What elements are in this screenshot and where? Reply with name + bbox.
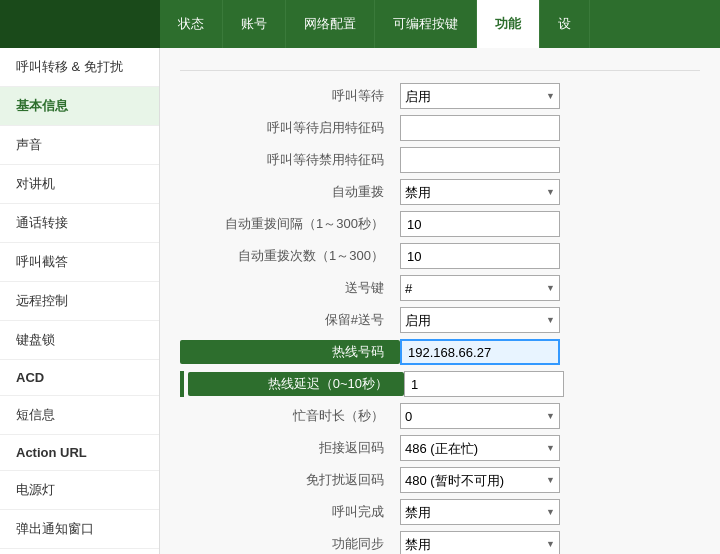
form-row-11: 拒接返回码486 (正在忙) [180,435,700,461]
form-control-wrap-4 [400,211,560,237]
sidebar-item-8[interactable]: ACD [0,360,159,396]
nav-tab-1[interactable]: 账号 [223,0,286,48]
form-row-8: 热线号码 [180,339,700,365]
form-control-wrap-0: 启用 [400,83,560,109]
form-control-wrap-3: 禁用 [400,179,560,205]
main-layout: 呼叫转移 & 免打扰基本信息声音对讲机通话转接呼叫截答远程控制键盘锁ACD短信息… [0,48,720,554]
header: 状态账号网络配置可编程按键功能设 [0,0,720,48]
sidebar-item-5[interactable]: 呼叫截答 [0,243,159,282]
form-row-1: 呼叫等待启用特征码 [180,115,700,141]
sidebar-item-6[interactable]: 远程控制 [0,282,159,321]
form-label-12: 免打扰返回码 [180,471,400,489]
input-9[interactable] [404,371,564,397]
form-label-8: 热线号码 [180,340,400,364]
form-row-14: 功能同步禁用 [180,531,700,554]
select-7[interactable]: 启用 [400,307,560,333]
input-4[interactable] [400,211,560,237]
form-control-wrap-11: 486 (正在忙) [400,435,560,461]
input-5[interactable] [400,243,560,269]
form-label-6: 送号键 [180,279,400,297]
select-wrapper-13: 禁用 [400,499,560,525]
form-control-wrap-5 [400,243,560,269]
form-container: 呼叫等待启用呼叫等待启用特征码呼叫等待禁用特征码自动重拨禁用自动重拨间隔（1～3… [180,83,700,554]
form-label-13: 呼叫完成 [180,503,400,521]
form-row-12: 免打扰返回码480 (暂时不可用) [180,467,700,493]
select-wrapper-0: 启用 [400,83,560,109]
sidebar-item-7[interactable]: 键盘锁 [0,321,159,360]
form-label-7: 保留#送号 [180,311,400,329]
form-row-13: 呼叫完成禁用 [180,499,700,525]
select-13[interactable]: 禁用 [400,499,560,525]
form-row-5: 自动重拨次数（1～300） [180,243,700,269]
select-11[interactable]: 486 (正在忙) [400,435,560,461]
form-control-wrap-14: 禁用 [400,531,560,554]
nav-tab-3[interactable]: 可编程按键 [375,0,477,48]
nav-tab-2[interactable]: 网络配置 [286,0,375,48]
sidebar-item-3[interactable]: 对讲机 [0,165,159,204]
sidebar-item-4[interactable]: 通话转接 [0,204,159,243]
form-control-wrap-6: # [400,275,560,301]
form-control-wrap-10: 0 [400,403,560,429]
form-control-wrap-13: 禁用 [400,499,560,525]
form-control-wrap-9 [404,371,564,397]
sidebar-item-12[interactable]: 弹出通知窗口 [0,510,159,549]
form-label-9: 热线延迟（0~10秒） [188,372,404,396]
nav-tab-4[interactable]: 功能 [477,0,540,48]
select-12[interactable]: 480 (暂时不可用) [400,467,560,493]
form-label-1: 呼叫等待启用特征码 [180,119,400,137]
form-row-4: 自动重拨间隔（1～300秒） [180,211,700,237]
select-wrapper-6: # [400,275,560,301]
form-row-7: 保留#送号启用 [180,307,700,333]
form-control-wrap-12: 480 (暂时不可用) [400,467,560,493]
sidebar-item-1[interactable]: 基本信息 [0,87,159,126]
sidebar: 呼叫转移 & 免打扰基本信息声音对讲机通话转接呼叫截答远程控制键盘锁ACD短信息… [0,48,160,554]
sidebar-item-10[interactable]: Action URL [0,435,159,471]
form-row-2: 呼叫等待禁用特征码 [180,147,700,173]
form-label-11: 拒接返回码 [180,439,400,457]
sidebar-item-2[interactable]: 声音 [0,126,159,165]
input-1[interactable] [400,115,560,141]
logo-area [0,0,160,48]
select-14[interactable]: 禁用 [400,531,560,554]
form-label-4: 自动重拨间隔（1～300秒） [180,215,400,233]
select-wrapper-7: 启用 [400,307,560,333]
select-3[interactable]: 禁用 [400,179,560,205]
nav-tabs: 状态账号网络配置可编程按键功能设 [160,0,720,48]
form-control-wrap-8 [400,339,560,365]
form-label-10: 忙音时长（秒） [180,407,400,425]
select-wrapper-10: 0 [400,403,560,429]
select-wrapper-11: 486 (正在忙) [400,435,560,461]
form-label-14: 功能同步 [180,535,400,553]
form-control-wrap-2 [400,147,560,173]
select-6[interactable]: # [400,275,560,301]
content-area: 呼叫等待启用呼叫等待启用特征码呼叫等待禁用特征码自动重拨禁用自动重拨间隔（1～3… [160,48,720,554]
input-8[interactable] [400,339,560,365]
sidebar-item-9[interactable]: 短信息 [0,396,159,435]
form-row-3: 自动重拨禁用 [180,179,700,205]
section-title [180,64,700,71]
form-row-10: 忙音时长（秒）0 [180,403,700,429]
input-2[interactable] [400,147,560,173]
select-0[interactable]: 启用 [400,83,560,109]
form-label-3: 自动重拨 [180,183,400,201]
form-label-0: 呼叫等待 [180,87,400,105]
form-row-6: 送号键# [180,275,700,301]
select-wrapper-12: 480 (暂时不可用) [400,467,560,493]
indicator-bar-9 [180,371,184,397]
nav-tab-0[interactable]: 状态 [160,0,223,48]
select-wrapper-3: 禁用 [400,179,560,205]
sidebar-item-0[interactable]: 呼叫转移 & 免打扰 [0,48,159,87]
form-control-wrap-1 [400,115,560,141]
select-10[interactable]: 0 [400,403,560,429]
nav-tab-5[interactable]: 设 [540,0,590,48]
select-wrapper-14: 禁用 [400,531,560,554]
sidebar-item-11[interactable]: 电源灯 [0,471,159,510]
form-row-0: 呼叫等待启用 [180,83,700,109]
form-label-2: 呼叫等待禁用特征码 [180,151,400,169]
form-control-wrap-7: 启用 [400,307,560,333]
form-label-5: 自动重拨次数（1～300） [180,247,400,265]
form-row-9: 热线延迟（0~10秒） [180,371,700,397]
